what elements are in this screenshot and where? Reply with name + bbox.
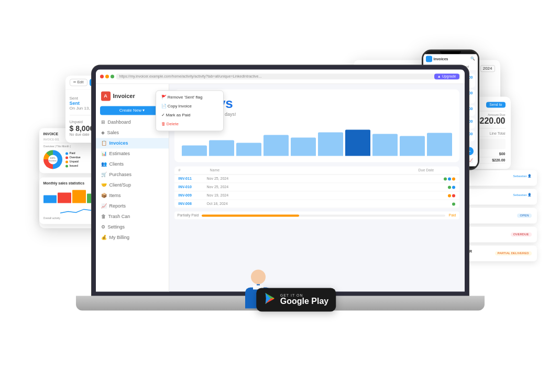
mark-paid-item[interactable]: ✓ Mark as Paid — [156, 111, 223, 119]
col-num: # — [179, 168, 210, 172]
billing-icon: 💰 — [101, 235, 107, 240]
sales-icon: ◈ — [101, 130, 105, 135]
legend-paid: Paid — [70, 151, 75, 155]
donut-center-label: 100%Invoices — [49, 157, 57, 162]
mini-bar-chart — [182, 129, 452, 156]
inv-num-010: INV-010 — [179, 185, 205, 189]
overdue-badge: OVERDUE — [511, 232, 532, 236]
sidebar-settings[interactable]: ⚙ Settings — [96, 222, 169, 232]
inv-num-009: INV-009 — [179, 193, 205, 197]
paid-label: Paid — [448, 213, 456, 217]
inv-num-011: INV-011 — [179, 177, 205, 180]
total-col: Line Total — [490, 132, 506, 135]
trash-icon: 🗑 — [101, 214, 106, 219]
partially-paid-label: Partially Paid — [178, 213, 199, 217]
invoice-row-1[interactable]: INV-011 Nov 25, 2024 — [174, 175, 459, 183]
close-window-btn[interactable] — [100, 74, 104, 78]
laptop-screen-inner: https://my.invoicer.example.com/home/act… — [96, 69, 465, 291]
client-sup-icon: 🤝 — [101, 182, 107, 188]
invoice-row-2[interactable]: INV-010 Nov 25, 2024 — [174, 183, 459, 191]
laptop-screen: https://my.invoicer.example.com/home/act… — [92, 65, 469, 296]
donut-chart: 100%Invoices — [43, 150, 62, 169]
inv-date-008: Oct 18, 2024 — [207, 202, 450, 205]
clients-icon: 👥 — [101, 161, 107, 167]
app-logo-icon: A — [101, 91, 111, 101]
legend-unpaid: Unpaid — [70, 160, 79, 163]
phone-app-name: Invoices — [434, 57, 448, 61]
dashboard-icon: ⊞ — [101, 119, 105, 125]
sebastian-avatar-1[interactable]: Sebastian 👤 — [513, 174, 531, 181]
sebastian-avatar-2: Sebastian 👤 — [513, 193, 531, 200]
avatar-head — [251, 269, 266, 284]
store-name-label: Google Play — [280, 297, 328, 306]
invoices-icon: 📋 — [101, 140, 107, 146]
invoice-send-btn[interactable]: Send to — [486, 102, 505, 107]
phone-search-icon[interactable]: 🔍 — [470, 57, 475, 61]
sidebar-purchases[interactable]: 🛒 Purchases — [96, 169, 169, 180]
legend-overdue: Overdue — [70, 156, 81, 159]
sidebar-billing[interactable]: 💰 My Billing — [96, 232, 169, 243]
copy-invoice-item[interactable]: 📄 Copy Invoice — [156, 102, 223, 111]
app-logo-text: Invoicer — [113, 93, 135, 99]
edit-btn[interactable]: ✏ InvoicerEdit — [70, 79, 87, 86]
purchases-icon: 🛒 — [101, 172, 107, 177]
sidebar-clients[interactable]: 👥 Clients — [96, 159, 169, 169]
invoice-table: # Name Due Date INV-011 Nov 25, 2024 — [174, 166, 459, 208]
invoice-table-header: # Name Due Date — [174, 166, 459, 175]
estimates-icon: 📊 — [101, 151, 107, 156]
reports-icon: 📈 — [101, 203, 107, 209]
sidebar-estimates[interactable]: 📊 Estimates — [96, 148, 169, 159]
status-bars-section: Partially Paid Paid — [174, 211, 459, 219]
sidebar-items[interactable]: 📦 Items — [96, 190, 169, 201]
inv-paid-value: $00 — [499, 152, 506, 156]
open-badge: OPEN — [517, 213, 531, 217]
window-controls — [100, 74, 114, 78]
phone-app-icon — [426, 56, 432, 62]
col-name: Name — [210, 168, 419, 172]
browser-topbar: https://my.invoicer.example.com/home/act… — [96, 69, 465, 84]
google-play-icon — [263, 292, 276, 307]
settings-icon: ⚙ — [101, 224, 105, 230]
laptop-container: INVOICE INVOICE-001 Overview | This Mont… — [76, 65, 485, 337]
browser-url-bar[interactable]: https://my.invoicer.example.com/home/act… — [116, 73, 460, 79]
invoicer-app: A Invoicer Create New ▾ ⊞ Dashboard ◈ Sa… — [96, 84, 465, 291]
inv-date-011: Nov 25, 2024 — [207, 177, 442, 180]
invoice-row-4[interactable]: INV-008 Oct 18, 2024 — [174, 200, 459, 208]
legend-issued: Issued — [70, 164, 78, 167]
items-icon: 📦 — [101, 193, 107, 198]
inv-date-009: Nov 19, 2024 — [207, 193, 446, 197]
col-due: Due Date — [419, 168, 455, 172]
dropdown-menu: 🚩 Remove 'Sent' flag 📄 Copy Invoice ✓ Ma… — [156, 90, 224, 131]
google-play-button[interactable]: GET IT ON Google Play — [256, 288, 336, 311]
sidebar-invoices[interactable]: 📋 Invoices — [96, 138, 169, 148]
google-play-text: GET IT ON Google Play — [280, 293, 328, 306]
invoice-row-3[interactable]: INV-009 Nov 19, 2024 — [174, 191, 459, 200]
donut-legend: Paid Overdue Unpaid Issued — [65, 151, 81, 167]
partially-paid-bar: Partially Paid Paid — [174, 211, 459, 219]
sidebar-client-sup[interactable]: 🤝 Client/Sup — [96, 180, 169, 190]
sidebar-trash[interactable]: 🗑 Trash Can — [96, 211, 169, 222]
delete-item[interactable]: 🗑 Delete — [156, 119, 223, 128]
create-new-btn[interactable]: Create New ▾ — [100, 106, 164, 115]
remove-sent-item[interactable]: 🚩 Remove 'Sent' flag — [156, 93, 223, 102]
sidebar-reports[interactable]: 📈 Reports — [96, 201, 169, 211]
partial-badge: PARTIAL DELIVERED — [495, 251, 532, 255]
phone-header: Invoices 🔍 — [423, 54, 478, 63]
inv-date-010: Nov 25, 2024 — [207, 185, 446, 189]
year-selector[interactable]: 2024 — [480, 65, 495, 72]
maximize-window-btn[interactable] — [111, 74, 114, 78]
minimize-window-btn[interactable] — [105, 74, 109, 78]
amount-value: $220.00 — [492, 158, 505, 162]
inv-num-008: INV-008 — [179, 202, 205, 205]
